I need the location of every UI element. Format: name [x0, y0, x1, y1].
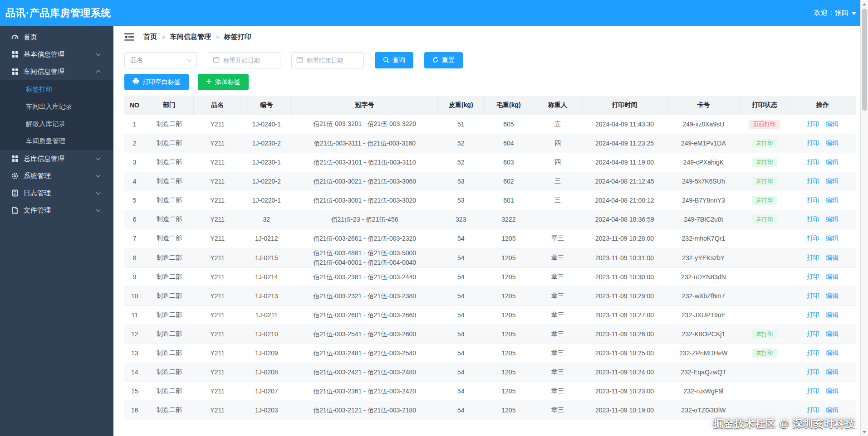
cell-serial-range: 佰21伍-003-2661 - 佰21伍-003-2320 — [292, 229, 437, 248]
cell-serial-range: 佰21伍-003-2121 - 佰21伍-003-2180 — [292, 401, 437, 420]
reset-button-label: 重置 — [442, 56, 455, 64]
print-link[interactable]: 打印 — [807, 158, 819, 165]
edit-link[interactable]: 编辑 — [826, 387, 839, 394]
cell-code: 1J-0210 — [241, 325, 292, 344]
edit-link[interactable]: 编辑 — [826, 177, 839, 184]
cell-product-name: Y211 — [194, 153, 241, 172]
cell-product-name: Y211 — [194, 382, 241, 401]
edit-link[interactable]: 编辑 — [826, 292, 839, 299]
sidebar-item-inout-record[interactable]: 车间出入库记录 — [0, 98, 113, 115]
edit-link[interactable]: 编辑 — [826, 254, 839, 261]
print-link[interactable]: 打印 — [807, 177, 819, 184]
cell-no: 6 — [124, 210, 145, 229]
cell-department: 制造二部 — [145, 153, 193, 172]
edit-link[interactable]: 编辑 — [826, 120, 839, 127]
sidebar-item-warehouse-info[interactable]: 总库信息管理 — [0, 150, 113, 167]
sidebar-item-files[interactable]: 文件管理 — [0, 202, 113, 219]
cell-print-time: 2023-11-09 10:31:00 — [583, 248, 667, 267]
cell-weigher: 章三 — [533, 229, 582, 248]
product-name-select[interactable]: 品名 — [124, 52, 197, 68]
sidebar-item-turnin-record[interactable]: 解缴入库记录 — [0, 115, 113, 132]
sidebar-item-workshop-info[interactable]: 车间信息管理 — [0, 63, 113, 80]
reset-button[interactable]: 重置 — [424, 52, 463, 68]
scroll-down-button[interactable] — [861, 428, 868, 436]
cell-product-name: Y211 — [194, 229, 241, 248]
cell-print-time: 2023-11-09 10:28:00 — [583, 229, 667, 248]
cell-weigher: 四 — [533, 153, 582, 172]
scrollbar-thumb[interactable] — [862, 9, 867, 111]
sidebar-item-system[interactable]: 系统管理 — [0, 167, 113, 184]
print-link[interactable]: 打印 — [807, 254, 819, 261]
edit-link[interactable]: 编辑 — [826, 273, 839, 280]
table-header-row: NO 部门 品名 编号 冠字号 皮重(kg) 毛重(kg) 称重人 打印时间 卡… — [124, 96, 856, 115]
edit-link[interactable]: 编辑 — [826, 311, 839, 318]
table-row: 6制造二部Y21132佰21伍-23 - 佰21伍-45632332222024… — [124, 210, 856, 229]
print-link[interactable]: 打印 — [807, 234, 819, 242]
cell-department: 制造二部 — [145, 134, 193, 153]
cell-no: 12 — [124, 325, 145, 344]
edit-link[interactable]: 编辑 — [826, 406, 839, 413]
cell-no: 5 — [124, 191, 145, 210]
cell-code: 1J-0230-2 — [241, 134, 292, 153]
table-container: NO 部门 品名 编号 冠字号 皮重(kg) 毛重(kg) 称重人 打印时间 卡… — [113, 90, 868, 420]
cell-gross: 1205 — [484, 286, 533, 305]
print-blank-label-button[interactable]: 打印空白标签 — [124, 74, 189, 90]
weigh-end-date-field[interactable] — [291, 52, 364, 68]
cell-print-status: 未打印 — [740, 210, 789, 229]
sidebar-item-logs[interactable]: 日志管理 — [0, 184, 113, 202]
cell-weigher: 章三 — [533, 344, 582, 363]
edit-link[interactable]: 编辑 — [826, 368, 839, 375]
print-link[interactable]: 打印 — [807, 311, 819, 318]
add-label-button[interactable]: 添加标签 — [198, 74, 249, 90]
edit-link[interactable]: 编辑 — [826, 234, 839, 242]
cell-card-no: 249-cPXahigK — [667, 153, 740, 172]
print-link[interactable]: 打印 — [807, 406, 819, 413]
sidebar-item-label: 文件管理 — [24, 206, 97, 215]
edit-link[interactable]: 编辑 — [826, 215, 839, 223]
edit-link[interactable]: 编辑 — [826, 330, 839, 337]
sidebar-item-label-print[interactable]: 标签打印 — [0, 81, 113, 98]
vertical-scrollbar[interactable] — [860, 0, 868, 436]
edit-link[interactable]: 编辑 — [826, 349, 839, 356]
user-menu[interactable]: 欢迎：张四 — [814, 9, 856, 17]
print-link[interactable]: 打印 — [807, 215, 819, 223]
print-link[interactable]: 打印 — [807, 368, 819, 375]
print-link[interactable]: 打印 — [807, 139, 819, 146]
table-row: 8制造二部Y2111J-0215佰21伍-003-4881 - 佰21伍-003… — [124, 248, 856, 267]
edit-link[interactable]: 编辑 — [826, 158, 839, 165]
sidebar-item-home[interactable]: 首页 — [0, 29, 113, 46]
cell-card-no: 232-ZPnMDHeW — [667, 344, 740, 363]
sidebar-toggle-button[interactable] — [124, 33, 134, 41]
print-link[interactable]: 打印 — [807, 120, 819, 127]
breadcrumb-home[interactable]: 首页 — [143, 33, 157, 41]
cell-card-no: 232-K8OPCKj1 — [667, 325, 740, 344]
weigh-start-date-field[interactable] — [208, 52, 280, 68]
weigh-start-date-input[interactable] — [223, 57, 275, 64]
cell-tare: 54 — [437, 401, 484, 420]
print-link[interactable]: 打印 — [807, 330, 819, 337]
cell-department: 制造二部 — [145, 229, 193, 248]
scroll-up-button[interactable] — [861, 0, 868, 8]
cell-print-time: 2024-04-09 11:43:30 — [583, 115, 667, 134]
search-button[interactable]: 查询 — [375, 52, 413, 68]
print-link[interactable]: 打印 — [807, 196, 819, 203]
print-link[interactable]: 打印 — [807, 349, 819, 356]
cell-department: 制造二部 — [145, 382, 193, 401]
print-link[interactable]: 打印 — [807, 273, 819, 280]
cell-serial-range: 佰21伍-003-3001 - 佰21伍-003-3020 — [292, 191, 437, 210]
breadcrumb-section[interactable]: 车间信息管理 — [170, 33, 211, 41]
grid-icon — [11, 68, 19, 75]
sidebar-item-basic-info[interactable]: 基本信息管理 — [0, 46, 113, 63]
edit-link[interactable]: 编辑 — [826, 196, 839, 203]
sidebar-item-quality[interactable]: 车间质量管理 — [0, 132, 113, 150]
edit-link[interactable]: 编辑 — [826, 139, 839, 146]
print-link[interactable]: 打印 — [807, 387, 819, 394]
weigh-end-date-input[interactable] — [307, 57, 359, 64]
cell-operations: 打印编辑 — [789, 210, 856, 229]
cell-product-name: Y211 — [194, 267, 241, 286]
cell-card-no: 232-mhoK7Qr1 — [667, 229, 740, 248]
table-row: 14制造二部Y2111J-0208佰21伍-003-2421 - 佰21伍-00… — [124, 363, 856, 382]
cell-operations: 打印编辑 — [789, 153, 856, 172]
print-link[interactable]: 打印 — [807, 292, 819, 299]
cell-print-time: 2024-04-08 21:12:45 — [583, 172, 667, 191]
